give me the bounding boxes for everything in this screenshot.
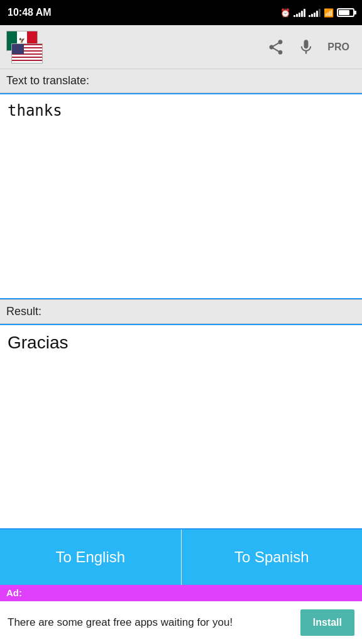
usa-flag xyxy=(11,43,43,64)
status-bar: 10:48 AM ⏰ 📶 xyxy=(0,0,362,25)
share-icon xyxy=(267,38,285,56)
pro-button[interactable]: PRO xyxy=(321,42,356,53)
ad-text: There are some great free apps waiting f… xyxy=(8,615,294,630)
toolbar: 🦅 PRO xyxy=(0,25,362,69)
button-row: To English To Spanish xyxy=(0,530,362,585)
translate-input[interactable]: thanks xyxy=(0,94,362,298)
input-wrapper: thanks xyxy=(0,93,362,299)
signal-bars-2 xyxy=(309,8,321,17)
result-label: Result: xyxy=(0,299,362,324)
wifi-icon: 📶 xyxy=(324,8,334,18)
to-spanish-button[interactable]: To Spanish xyxy=(182,530,363,585)
flag-container[interactable]: 🦅 xyxy=(6,31,44,64)
microphone-button[interactable] xyxy=(291,32,321,62)
result-wrapper: Gracias xyxy=(0,324,362,530)
status-icons: ⏰ 📶 xyxy=(280,8,354,18)
to-english-button[interactable]: To English xyxy=(0,530,181,585)
microphone-icon xyxy=(297,38,315,56)
ad-label: Ad: xyxy=(6,587,22,598)
share-button[interactable] xyxy=(261,32,291,62)
main-content: Text to translate: thanks Result: Gracia… xyxy=(0,69,362,530)
ad-footer: There are some great free apps waiting f… xyxy=(0,601,362,644)
signal-bars-1 xyxy=(293,8,305,17)
ad-bar: Ad: xyxy=(0,585,362,601)
status-time: 10:48 AM xyxy=(8,7,52,18)
result-text: Gracias xyxy=(0,325,362,529)
install-button[interactable]: Install xyxy=(300,609,354,636)
battery-icon xyxy=(337,8,354,17)
input-label: Text to translate: xyxy=(0,69,362,93)
alarm-icon: ⏰ xyxy=(280,8,290,18)
